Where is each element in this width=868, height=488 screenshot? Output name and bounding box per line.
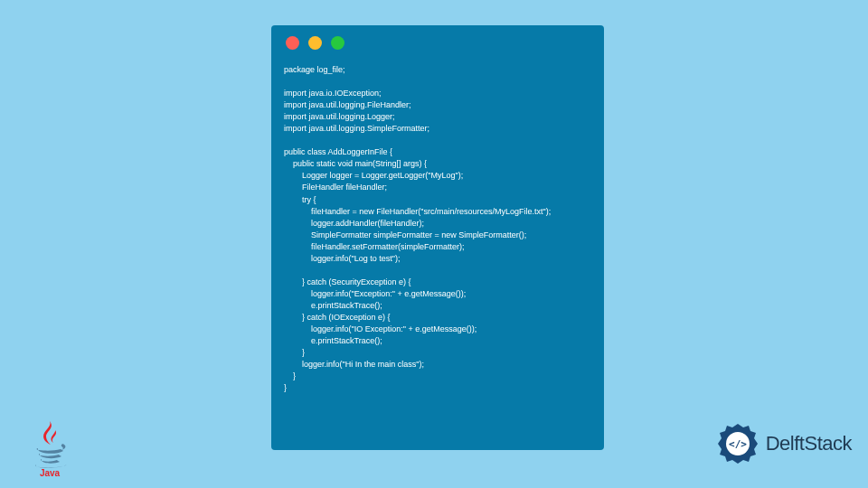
java-logo: Java	[29, 419, 71, 477]
code-window: package log_file; import java.io.IOExcep…	[271, 25, 604, 450]
svg-text:</>: </>	[729, 438, 747, 450]
delftstack-badge-icon: </>	[715, 421, 760, 466]
minimize-icon[interactable]	[308, 36, 322, 50]
code-block: package log_file; import java.io.IOExcep…	[284, 64, 591, 394]
maximize-icon[interactable]	[331, 36, 344, 50]
window-controls	[284, 36, 591, 50]
close-icon[interactable]	[286, 36, 299, 50]
delftstack-text: DelftStack	[766, 432, 852, 455]
svg-text:Java: Java	[40, 468, 61, 477]
delftstack-logo: </> DelftStack	[715, 421, 852, 466]
